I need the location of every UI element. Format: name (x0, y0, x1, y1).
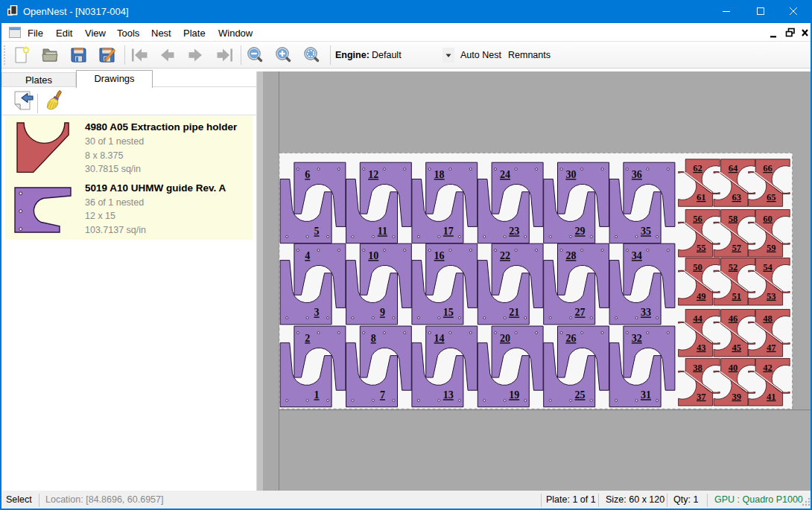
svg-text:33: 33 (641, 307, 651, 318)
svg-text:3: 3 (314, 307, 320, 318)
svg-text:9: 9 (380, 307, 385, 318)
svg-text:42: 42 (763, 363, 773, 373)
svg-text:5: 5 (314, 226, 320, 237)
svg-text:17: 17 (443, 226, 454, 237)
svg-text:6: 6 (305, 169, 310, 180)
svg-text:32: 32 (632, 333, 642, 344)
svg-text:39: 39 (732, 392, 741, 402)
svg-text:14: 14 (434, 333, 445, 344)
svg-text:21: 21 (509, 307, 519, 318)
svg-text:61: 61 (697, 192, 706, 203)
svg-text:29: 29 (575, 226, 586, 237)
svg-text:38: 38 (693, 363, 702, 373)
svg-text:64: 64 (729, 163, 738, 173)
svg-text:62: 62 (693, 163, 702, 173)
svg-text:11: 11 (378, 226, 387, 237)
svg-text:53: 53 (767, 291, 776, 302)
svg-text:63: 63 (732, 192, 741, 203)
svg-text:57: 57 (732, 243, 741, 253)
svg-text:43: 43 (697, 342, 706, 353)
svg-text:34: 34 (632, 250, 642, 261)
svg-text:49: 49 (697, 291, 706, 302)
svg-text:4: 4 (305, 250, 310, 261)
svg-text:37: 37 (697, 392, 706, 402)
svg-text:58: 58 (729, 214, 738, 224)
svg-text:54: 54 (763, 262, 773, 272)
svg-text:24: 24 (500, 169, 510, 180)
svg-text:10: 10 (368, 250, 378, 261)
svg-text:15: 15 (443, 307, 454, 318)
svg-text:40: 40 (729, 363, 738, 373)
svg-text:13: 13 (443, 389, 454, 401)
svg-text:48: 48 (763, 313, 773, 324)
svg-text:36: 36 (632, 169, 642, 180)
svg-text:41: 41 (767, 392, 776, 402)
svg-text:56: 56 (693, 214, 702, 224)
svg-text:45: 45 (732, 342, 741, 353)
svg-text:28: 28 (565, 250, 576, 261)
svg-text:60: 60 (763, 214, 773, 224)
svg-text:65: 65 (767, 192, 776, 203)
svg-text:66: 66 (763, 163, 773, 173)
svg-text:16: 16 (434, 250, 445, 261)
svg-text:2: 2 (305, 333, 310, 344)
svg-text:51: 51 (732, 291, 741, 302)
svg-text:22: 22 (500, 250, 510, 261)
svg-text:18: 18 (434, 169, 445, 180)
svg-text:52: 52 (729, 262, 738, 272)
svg-text:27: 27 (575, 307, 586, 318)
svg-text:55: 55 (697, 243, 706, 253)
svg-text:26: 26 (565, 333, 576, 344)
svg-text:31: 31 (641, 389, 651, 401)
svg-text:8: 8 (371, 333, 376, 344)
svg-text:47: 47 (767, 342, 776, 353)
svg-text:30: 30 (565, 169, 576, 180)
svg-text:59: 59 (767, 243, 776, 253)
svg-text:20: 20 (500, 333, 510, 344)
svg-text:23: 23 (509, 226, 519, 237)
svg-text:1: 1 (314, 389, 320, 401)
svg-text:12: 12 (368, 169, 378, 180)
svg-text:7: 7 (380, 389, 385, 401)
svg-text:50: 50 (693, 262, 702, 272)
svg-text:19: 19 (509, 389, 519, 401)
svg-text:44: 44 (693, 313, 702, 324)
svg-text:25: 25 (575, 389, 586, 401)
svg-text:46: 46 (729, 313, 738, 324)
svg-text:35: 35 (641, 226, 651, 237)
